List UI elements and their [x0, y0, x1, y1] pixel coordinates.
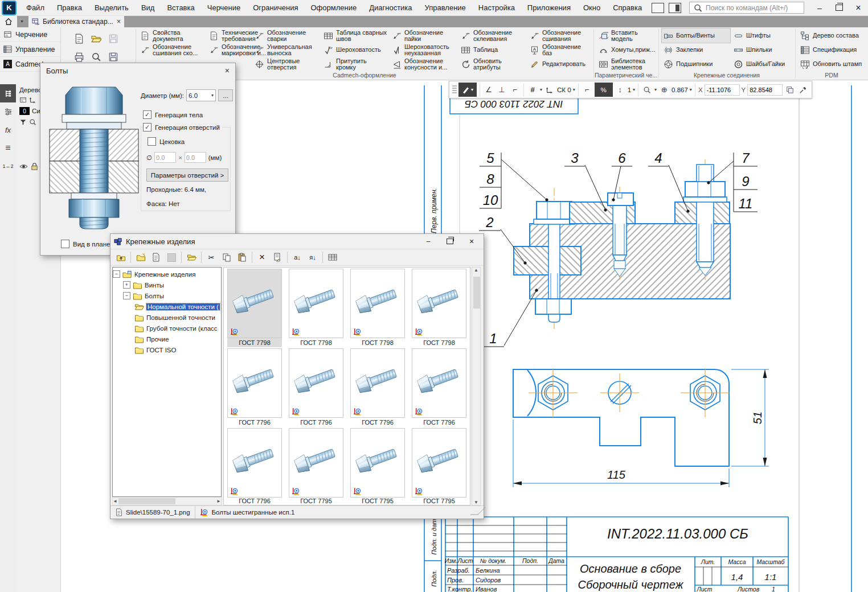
grid-toggle-icon[interactable]: # [527, 83, 538, 96]
bolts-dialog-titlebar[interactable]: Болты × [40, 63, 235, 78]
home-dropdown[interactable]: ▾ [17, 15, 27, 27]
menu-annotation[interactable]: Оформление [305, 3, 363, 12]
thumbnail-item[interactable] [227, 269, 282, 338]
ribbon-item-rivets[interactable]: Заклепки [662, 43, 730, 57]
command-search-input[interactable]: Поиск по командам (Alt+/) [689, 2, 804, 14]
new-document-button[interactable] [71, 30, 88, 48]
tab-library[interactable]: Библиотека стандар... × [28, 15, 124, 27]
corner-constraint-icon[interactable]: ⌐ [509, 83, 521, 96]
sort-type-button[interactable]: я↓ [306, 251, 320, 264]
dialog-minimize-button[interactable]: – [420, 236, 437, 247]
tree-node-normal-precision[interactable]: Нормальной точности ( [113, 301, 221, 312]
collapse-icon[interactable]: − [123, 292, 130, 299]
step-icon[interactable]: ↕ [615, 83, 626, 96]
toolbar-drag-handle[interactable] [452, 85, 457, 94]
diameter-select[interactable]: 6.0 ▾ [186, 89, 216, 101]
ribbon-item-update-stamp[interactable]: Обновить штамп [799, 57, 867, 71]
new-item-button[interactable] [149, 251, 163, 264]
menu-settings[interactable]: Настройка [472, 3, 521, 12]
thumbnail-item[interactable] [350, 269, 405, 338]
resize-grip[interactable] [470, 507, 486, 515]
pen-tool-button[interactable]: ▾ [458, 83, 477, 97]
coordinate-system-value[interactable]: СК 0 [557, 87, 571, 93]
collapse-icon[interactable]: − [113, 270, 120, 278]
open-document-button[interactable] [88, 30, 105, 48]
sidebar-tab-management[interactable]: Управление [0, 42, 60, 57]
thumbnail-item[interactable] [289, 269, 343, 338]
ribbon-item-washers-nuts[interactable]: Шайбы/Гайки [732, 57, 793, 71]
fasteners-dialog-titlebar[interactable]: Крепежные изделия – × [110, 234, 484, 249]
menu-management[interactable]: Управление [419, 3, 472, 12]
menu-help[interactable]: Справка [607, 3, 648, 12]
ribbon-item-doc-properties[interactable]: Свойства документа [138, 28, 206, 43]
tab-close-icon[interactable]: × [117, 18, 121, 26]
zoom-area-icon[interactable] [641, 83, 653, 96]
tree-node-high-precision[interactable]: Повышенной точности [113, 312, 221, 323]
menu-view[interactable]: Вид [135, 3, 161, 12]
diameter-more-button[interactable]: ... [218, 89, 233, 101]
layers-panel-icon[interactable]: ≡ [0, 139, 16, 157]
home-button[interactable] [0, 15, 17, 27]
ribbon-item-roughness[interactable]: Шероховатость [322, 43, 389, 57]
coordinate-system-icon[interactable] [544, 83, 555, 96]
up-level-button[interactable] [114, 251, 128, 264]
tree-node-root[interactable]: − Крепежные изделия [113, 269, 221, 279]
thumbnail-item[interactable] [227, 348, 282, 418]
ribbon-item-element-library[interactable]: Библиотека элементов [597, 57, 657, 71]
generate-holes-checkbox[interactable]: ✓ Генерация отверстий [143, 123, 222, 131]
thumbnail-item[interactable] [350, 348, 405, 418]
menu-diagnostics[interactable]: Диагностика [363, 3, 418, 12]
ribbon-item-specification[interactable]: Спецификация [799, 43, 867, 57]
paste-button[interactable] [235, 251, 249, 264]
x-coordinate-field[interactable] [705, 84, 740, 96]
zoom-icon[interactable]: ⊕ [658, 83, 670, 96]
ribbon-item-universal-leader[interactable]: Универсальная выноска [253, 43, 321, 57]
thumbnail-item[interactable] [412, 428, 466, 498]
ribbon-item-weld-mark[interactable]: Обозначение сварки [253, 28, 321, 43]
zoom-value[interactable]: 0.867 [672, 87, 688, 93]
ribbon-item-insert-model[interactable]: Вставить модель [597, 28, 657, 43]
ribbon-item-stitch-mark[interactable]: Обозначение сшивания [528, 28, 594, 43]
menu-select[interactable]: Выделить [88, 3, 135, 12]
tree-node-other[interactable]: Прочие [113, 334, 221, 344]
lock-icon[interactable] [30, 162, 39, 171]
tree-node-screws[interactable]: + Винты [113, 279, 221, 290]
tree-search-icon[interactable] [29, 118, 36, 126]
panels-toggle-icon[interactable] [669, 3, 681, 13]
tree-node-rough-precision[interactable]: Грубой точности (класс [113, 323, 221, 334]
perpendicular-constraint-icon[interactable]: ⊥ [496, 83, 507, 96]
tree-horizontal-scrollbar[interactable]: ◄► [112, 497, 222, 505]
close-button[interactable]: × [849, 1, 868, 15]
ribbon-item-center-holes[interactable]: Центровые отверстия [253, 57, 321, 71]
menu-applications[interactable]: Приложения [521, 3, 577, 12]
ribbon-item-studs[interactable]: Шпильки [732, 43, 793, 57]
thumbnail-item[interactable] [227, 428, 282, 498]
thumbnail-item[interactable] [289, 428, 343, 498]
ribbon-item-bolts-screws[interactable]: Болты/Винты [662, 28, 730, 43]
ribbon-item-datum-mark[interactable]: Обозначение баз [528, 43, 594, 57]
ribbon-item-blunt-edge[interactable]: Притупить кромку [322, 57, 389, 71]
tree-node-gost-iso[interactable]: ГОСТ ISO [113, 344, 221, 355]
bolts-dialog-close-icon[interactable]: × [225, 66, 230, 75]
sort-alpha-button[interactable]: a↓ [290, 251, 304, 264]
thumbnail-item[interactable] [350, 428, 405, 498]
counterbore-depth-field[interactable] [185, 152, 206, 163]
thumbnails-vertical-scrollbar[interactable]: ▲▼ [472, 267, 481, 505]
ribbon-item-staple-mark[interactable]: Обозначение сшивания ско... [138, 43, 206, 57]
copy-button[interactable] [220, 251, 234, 264]
counterbore-diameter-field[interactable] [154, 152, 176, 163]
visibility-eye-icon[interactable] [19, 162, 28, 171]
sidebar-tab-drafting[interactable]: Черчение [0, 27, 60, 42]
ribbon-item-clamps[interactable]: Хомуты,приж... [597, 43, 657, 57]
menu-insert[interactable]: Вставка [161, 3, 200, 12]
ribbon-item-bearings[interactable]: Подшипники [662, 57, 730, 71]
ribbon-item-edit[interactable]: Редактировать [528, 57, 594, 71]
save-button[interactable] [105, 30, 122, 48]
generate-body-checkbox[interactable]: ✓ Генерация тела [143, 110, 203, 119]
ribbon-item-structure-tree[interactable]: Дерево состава [799, 28, 867, 43]
snap-toggle-button[interactable]: % [595, 83, 613, 97]
ribbon-item-taper-mark[interactable]: Обозначение конусности и... [390, 57, 458, 71]
delete-button[interactable]: × [255, 251, 269, 264]
hole-parameters-button[interactable]: Параметры отверстий > [146, 168, 228, 182]
eyedropper-icon[interactable] [797, 83, 809, 96]
